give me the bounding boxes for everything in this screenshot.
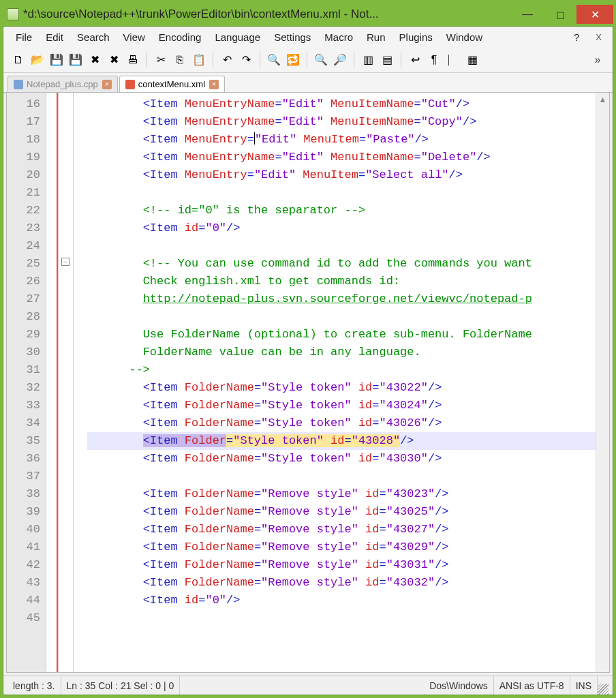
code-line[interactable]: <Item FolderName="Style token" id="43022…	[87, 379, 596, 397]
find-icon[interactable]: 🔍	[266, 52, 282, 68]
status-insert-mode[interactable]: INS	[570, 676, 598, 695]
line-number[interactable]: 32	[7, 379, 40, 397]
wrap-icon[interactable]: ↩	[407, 52, 423, 68]
code-line[interactable]: <Item FolderName="Remove style" id="4302…	[87, 538, 596, 556]
code-line[interactable]: <Item MenuEntry="Edit" MenuItem="Paste"/…	[87, 131, 596, 149]
code-line[interactable]: <Item Folder="Style token" id="43028"/>	[87, 432, 596, 450]
line-number[interactable]: 30	[7, 344, 40, 361]
undo-icon[interactable]: ↶	[219, 52, 235, 68]
redo-icon[interactable]: ↷	[238, 52, 254, 68]
code-line[interactable]	[87, 308, 596, 326]
line-number[interactable]: 28	[7, 308, 40, 326]
close-button[interactable]: ✕	[576, 5, 613, 24]
menu-settings[interactable]: Settings	[267, 29, 318, 46]
close-all-icon[interactable]: ✖	[106, 52, 122, 68]
save-icon[interactable]: 💾	[48, 52, 65, 68]
line-number[interactable]: 41	[7, 538, 40, 556]
save-all-icon[interactable]: 💾	[67, 52, 84, 68]
close-icon[interactable]: ✖	[87, 52, 103, 68]
line-number[interactable]: 36	[7, 450, 40, 468]
show-chars-icon[interactable]: ¶	[426, 52, 442, 68]
print-icon[interactable]: 🖶	[125, 52, 141, 68]
line-number[interactable]: 35	[7, 432, 40, 450]
code-line[interactable]: <Item id="0"/>	[87, 592, 596, 609]
code-line[interactable]: <Item MenuEntryName="Edit" MenuItemName=…	[87, 149, 596, 166]
tab-close-icon[interactable]: ×	[102, 80, 112, 89]
line-number[interactable]: 38	[7, 485, 40, 503]
menu-file[interactable]: File	[9, 29, 39, 46]
line-number[interactable]: 16	[7, 95, 40, 113]
menu-help[interactable]: ?	[567, 29, 586, 46]
line-number[interactable]: 19	[7, 149, 40, 166]
copy-icon[interactable]: ⎘	[172, 52, 188, 68]
status-eol[interactable]: Dos\Windows	[424, 676, 494, 695]
tab-close-icon[interactable]: ×	[209, 80, 219, 89]
line-number[interactable]: 43	[7, 574, 40, 592]
code-line[interactable]: <Item FolderName="Remove style" id="4302…	[87, 521, 596, 538]
line-number[interactable]: 24	[7, 237, 40, 255]
line-number[interactable]: 26	[7, 273, 40, 290]
line-number[interactable]: 40	[7, 521, 40, 538]
toolbar-overflow-icon[interactable]: »	[589, 52, 606, 68]
code-line[interactable]	[87, 184, 596, 202]
menu-language[interactable]: Language	[208, 29, 267, 46]
close-document-button[interactable]: X	[590, 29, 607, 45]
code-line[interactable]: <Item FolderName="Style token" id="43030…	[87, 450, 596, 468]
maximize-button[interactable]: ◻	[544, 5, 576, 24]
doc-map-icon[interactable]: ▦	[464, 52, 480, 68]
sync-h-icon[interactable]: ▤	[379, 52, 395, 68]
code-line[interactable]	[87, 237, 596, 255]
code-line[interactable]: <Item FolderName="Remove style" id="4302…	[87, 503, 596, 521]
paste-icon[interactable]: 📋	[191, 52, 207, 68]
fold-minus-icon[interactable]: −	[61, 258, 70, 266]
code-line[interactable]	[87, 468, 596, 485]
bookmark-margin[interactable]	[46, 93, 59, 672]
line-number[interactable]: 44	[7, 592, 40, 609]
code-line[interactable]	[87, 609, 596, 627]
minimize-button[interactable]: —	[511, 5, 544, 24]
code-line[interactable]: FolderName value can be in any language.	[87, 344, 596, 361]
open-file-icon[interactable]: 📂	[29, 52, 46, 68]
line-number[interactable]: 23	[7, 219, 40, 237]
menu-window[interactable]: Window	[440, 29, 489, 46]
line-number[interactable]: 25	[7, 255, 40, 273]
zoom-in-icon[interactable]: 🔍	[313, 52, 329, 68]
menu-run[interactable]: Run	[360, 29, 392, 46]
line-number[interactable]: 33	[7, 397, 40, 414]
new-file-icon[interactable]: 🗋	[10, 52, 27, 68]
line-number[interactable]: 39	[7, 503, 40, 521]
code-line[interactable]: <Item id="0"/>	[87, 219, 596, 237]
menu-search[interactable]: Search	[70, 29, 117, 46]
indent-guide-icon[interactable]: ⎸	[445, 52, 461, 68]
line-number[interactable]: 20	[7, 166, 40, 184]
code-line[interactable]: Check english.xml to get commands id:	[87, 273, 596, 290]
status-encoding[interactable]: ANSI as UTF-8	[494, 676, 570, 695]
tab[interactable]: contextMenu.xml×	[119, 76, 225, 92]
menu-edit[interactable]: Edit	[39, 29, 70, 46]
line-number[interactable]: 29	[7, 326, 40, 344]
cut-icon[interactable]: ✂	[153, 52, 169, 68]
line-number[interactable]: 17	[7, 113, 40, 131]
replace-icon[interactable]: 🔁	[285, 52, 301, 68]
code-line[interactable]: <Item FolderName="Style token" id="43024…	[87, 397, 596, 414]
menu-encoding[interactable]: Encoding	[152, 29, 209, 46]
menu-plugins[interactable]: Plugins	[392, 29, 440, 46]
line-number[interactable]: 42	[7, 556, 40, 574]
menu-macro[interactable]: Macro	[318, 29, 360, 46]
code-line[interactable]: <Item FolderName="Remove style" id="4303…	[87, 556, 596, 574]
resize-grip-icon[interactable]	[598, 684, 609, 695]
line-number[interactable]: 21	[7, 184, 40, 202]
fold-margin[interactable]: −	[59, 93, 74, 672]
code-line[interactable]: http://notepad-plus.svn.sourceforge.net/…	[87, 290, 596, 308]
code-line[interactable]: <!-- You can use command id to add the c…	[87, 255, 596, 273]
titlebar[interactable]: *d:\source\Notepad++\trunk\PowerEditor\b…	[3, 3, 613, 26]
vertical-scrollbar[interactable]: ▲	[596, 93, 609, 672]
line-number[interactable]: 27	[7, 290, 40, 308]
code-line[interactable]: Use FolderName (optional) to create sub-…	[87, 326, 596, 344]
code-line[interactable]: <!-- id="0" is the separator -->	[87, 202, 596, 219]
code-line[interactable]: <Item FolderName="Remove style" id="4302…	[87, 485, 596, 503]
line-number[interactable]: 18	[7, 131, 40, 149]
line-number[interactable]: 45	[7, 609, 40, 627]
code-line[interactable]: <Item FolderName="Style token" id="43026…	[87, 414, 596, 432]
zoom-out-icon[interactable]: 🔎	[332, 52, 348, 68]
